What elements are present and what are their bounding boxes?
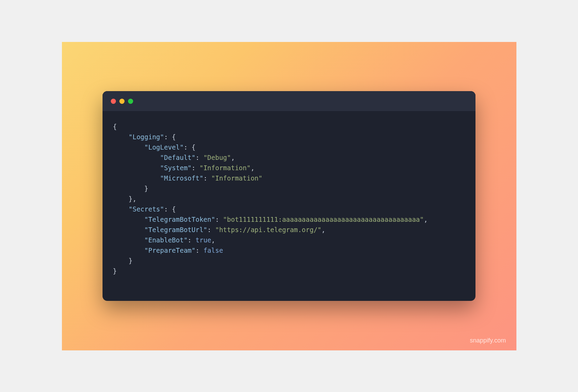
close-icon[interactable] (111, 99, 116, 104)
code-sep: : (215, 216, 223, 223)
code-indent (113, 133, 129, 141)
code-sep: : { (184, 143, 195, 151)
code-indent (113, 236, 144, 244)
code-brace: } (129, 257, 132, 264)
code-comma: , (321, 226, 325, 233)
code-brace: } (144, 185, 148, 192)
canvas-background: { "Logging": { "LogLevel": { "Default": … (62, 42, 516, 350)
code-key: "EnableBot" (144, 236, 188, 244)
code-brace: }, (129, 195, 137, 203)
code-sep: : { (164, 205, 176, 213)
code-boolean: true (195, 236, 211, 244)
code-content: { "Logging": { "LogLevel": { "Default": … (103, 111, 475, 301)
code-key: "Microsoft" (160, 174, 203, 182)
code-key: "Default" (160, 154, 195, 161)
watermark-text: snappify.com (470, 337, 506, 344)
code-sep: : (188, 236, 195, 244)
code-comma: , (211, 236, 215, 244)
code-string: "Information" (211, 174, 263, 182)
zoom-icon[interactable] (128, 99, 133, 104)
code-key: "Logging" (129, 133, 164, 141)
code-string: "bot1111111111:aaaaaaaaaaaaaaaaaaaaaaaaa… (223, 216, 424, 223)
code-sep: : (192, 164, 200, 172)
minimize-icon[interactable] (119, 99, 125, 104)
code-comma: , (424, 216, 428, 223)
code-indent (113, 247, 144, 254)
code-key: "Secrets" (129, 205, 164, 213)
code-indent (113, 174, 160, 182)
code-boolean: false (203, 247, 223, 254)
code-indent (113, 185, 144, 192)
window-titlebar (103, 91, 475, 111)
code-sep: : (195, 247, 203, 254)
code-string: "Debug" (203, 154, 231, 161)
code-sep: : (203, 174, 211, 182)
code-indent (113, 143, 144, 151)
code-sep: : (195, 154, 203, 161)
code-brace: } (113, 267, 117, 275)
code-indent (113, 226, 144, 233)
code-indent (113, 195, 129, 203)
code-comma: , (231, 154, 235, 161)
code-indent (113, 164, 160, 172)
code-key: "System" (160, 164, 192, 172)
code-brace: { (113, 123, 117, 130)
code-comma: , (250, 164, 254, 172)
code-key: "TelegramBotToken" (144, 216, 215, 223)
code-sep: : { (164, 133, 176, 141)
code-window: { "Logging": { "LogLevel": { "Default": … (103, 91, 475, 301)
code-key: "PrepareTeam" (144, 247, 196, 254)
code-key: "LogLevel" (144, 143, 184, 151)
code-sep: : (207, 226, 215, 233)
code-string: "Information" (200, 164, 251, 172)
code-indent (113, 216, 144, 223)
code-indent (113, 205, 129, 213)
code-indent (113, 154, 160, 161)
code-indent (113, 257, 129, 264)
code-key: "TelegramBotUrl" (144, 226, 207, 233)
code-string: "https://api.telegram.org/" (215, 226, 321, 233)
